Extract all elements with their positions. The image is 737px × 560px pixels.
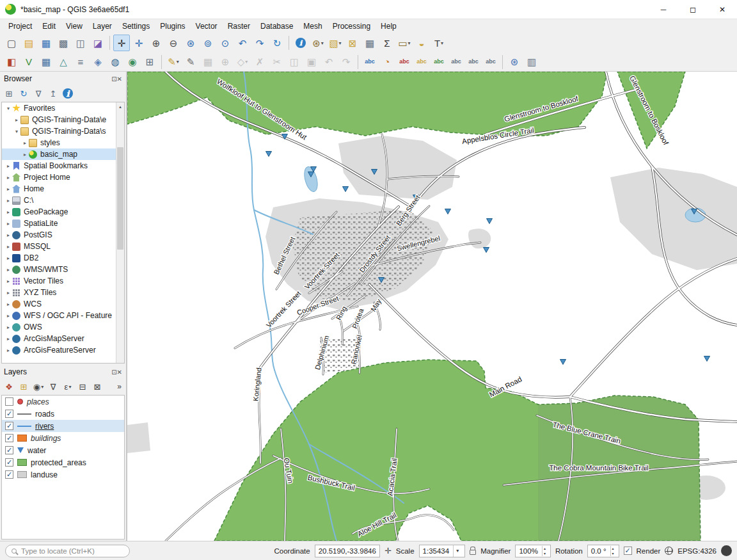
style-manager-button[interactable]: ◪	[90, 35, 106, 51]
refresh-map-button[interactable]: ↻	[269, 35, 285, 51]
browser-item-project-home[interactable]: ▸Project Home	[2, 172, 124, 183]
menu-vector[interactable]: Vector	[191, 20, 223, 32]
layers-float-button[interactable]: ⊡	[111, 369, 116, 376]
expander-icon[interactable]: ▸	[21, 140, 29, 146]
menu-plugins[interactable]: Plugins	[155, 20, 190, 32]
minimize-button[interactable]: ─	[649, 0, 678, 19]
layers-toolbar-overflow-icon[interactable]: »	[115, 382, 124, 391]
add-wms-layer-button[interactable]: ◉	[124, 54, 141, 70]
cut-features-button[interactable]: ✂	[269, 54, 285, 70]
expander-icon[interactable]: ▾	[13, 129, 20, 134]
layer-checkbox[interactable]: ✓	[5, 434, 13, 442]
browser-item-mssql[interactable]: ▸MSSQL	[2, 241, 124, 252]
zoom-to-selection-button[interactable]: ⊚	[200, 35, 216, 51]
filter-legend-button[interactable]: ∇	[46, 380, 60, 394]
messages-icon[interactable]	[721, 545, 732, 556]
locate-search-input[interactable]: Type to locate (Ctrl+K)	[5, 545, 130, 557]
undo-button[interactable]: ↶	[321, 54, 337, 70]
menu-raster[interactable]: Raster	[223, 20, 255, 32]
browser-item-wfs-ogc-api-feature[interactable]: ▸WFS / OGC API - Feature	[2, 310, 124, 321]
layer-diagram-button[interactable]: ◔	[379, 54, 395, 70]
layer-checkbox[interactable]: ✓	[5, 410, 13, 418]
layer-labeling-button[interactable]: abc	[361, 54, 378, 70]
label-rotate-button[interactable]: abc	[465, 54, 482, 70]
maximize-button[interactable]: ◻	[678, 0, 708, 19]
menu-edit[interactable]: Edit	[37, 20, 61, 32]
menu-processing[interactable]: Processing	[328, 20, 376, 32]
browser-item-favorites[interactable]: ▾Favorites	[2, 102, 124, 114]
browser-item-db2[interactable]: ▸DB2	[2, 252, 124, 264]
zoom-out-button[interactable]: ⊖	[165, 35, 182, 51]
add-spatialite-layer-button[interactable]: ◈	[90, 54, 106, 70]
expand-collapse-button[interactable]: ⊟	[75, 380, 90, 394]
zoom-in-button[interactable]: ⊕	[148, 35, 164, 51]
expander-icon[interactable]: ▸	[4, 186, 12, 192]
browser-item-spatialite[interactable]: ▸SpatiaLite	[2, 218, 124, 229]
paste-features-button[interactable]: ▣	[303, 54, 320, 70]
current-edits-button[interactable]: ✎▾	[165, 54, 182, 70]
data-source-manager-button[interactable]: ◧	[3, 54, 20, 70]
expander-icon[interactable]: ▸	[4, 163, 12, 169]
expander-icon[interactable]: ▸	[4, 198, 12, 204]
manage-map-themes-button[interactable]: ◉▾	[31, 380, 45, 394]
map-canvas[interactable]: Wolfkloof Hut to Glenstroom HutGlenstroo…	[127, 72, 737, 541]
close-button[interactable]: ✕	[708, 0, 737, 19]
render-checkbox[interactable]: ✓	[624, 547, 632, 555]
expander-icon[interactable]: ▸	[4, 301, 12, 307]
zoom-last-button[interactable]: ↶	[234, 35, 251, 51]
browser-item-arcgismapserver[interactable]: ▸ArcGisMapServer	[2, 333, 124, 344]
text-annotation-button[interactable]: T▾	[431, 35, 447, 51]
processing-toolbox-button[interactable]: ⊛	[506, 54, 523, 70]
browser-add-favorite-button[interactable]: ⊞	[2, 86, 16, 100]
spin-up-icon[interactable]: ▴	[611, 546, 615, 551]
open-attribute-table-button[interactable]: ▦	[361, 35, 378, 51]
scale-lock-icon[interactable]	[470, 550, 476, 555]
label-pin-button[interactable]: abc	[413, 54, 430, 70]
browser-close-button[interactable]: ✕	[117, 76, 122, 83]
vertex-tool-button[interactable]: ◇▾	[234, 54, 251, 70]
add-feature-button[interactable]: ⊕	[217, 54, 234, 70]
menu-layer[interactable]: Layer	[88, 20, 117, 32]
crs-globe-icon[interactable]	[665, 547, 673, 555]
remove-layer-button[interactable]: ⊠	[90, 380, 104, 394]
select-features-button[interactable]: ▧▾	[327, 35, 344, 51]
layers-close-button[interactable]: ✕	[117, 369, 122, 376]
add-group-button[interactable]: ⊞	[17, 380, 31, 394]
menu-view[interactable]: View	[61, 20, 88, 32]
browser-item-c[interactable]: ▸C:\	[2, 195, 124, 206]
browser-filter-button[interactable]: ∇	[31, 86, 45, 100]
expander-icon[interactable]: ▸	[13, 117, 20, 123]
expander-icon[interactable]: ▸	[4, 175, 12, 180]
spin-up-icon[interactable]: ▴	[543, 546, 547, 551]
add-postgis-layer-button[interactable]: ◍	[107, 54, 123, 70]
rotation-spin-buttons[interactable]: ▴ ▾	[610, 546, 615, 556]
add-raster-layer-button[interactable]: ▦	[38, 54, 54, 70]
layer-item-protected-areas[interactable]: ✓protected_areas	[2, 456, 124, 468]
expander-icon[interactable]: ▸	[4, 209, 12, 215]
open-layer-styling-button[interactable]: ❖	[2, 380, 16, 394]
browser-item-qgis-training-data-s[interactable]: ▾QGIS-Training-Data\s	[2, 125, 124, 137]
browser-item-wms-wmts[interactable]: ▸WMS/WMTS	[2, 264, 124, 275]
expander-icon[interactable]: ▾	[4, 106, 12, 111]
add-mesh-layer-button[interactable]: △	[55, 54, 72, 70]
browser-item-arcgisfeatureserver[interactable]: ▸ArcGisFeatureServer	[2, 344, 124, 356]
layer-item-buildings[interactable]: ✓buildings	[2, 432, 124, 444]
scroll-up-icon[interactable]: ▴	[116, 102, 124, 111]
label-move-button[interactable]: abc	[448, 54, 464, 70]
menu-settings[interactable]: Settings	[117, 20, 155, 32]
layer-checkbox[interactable]: ✓	[5, 458, 13, 467]
browser-item-vector-tiles[interactable]: ▸Vector Tiles	[2, 275, 124, 287]
label-show-hide-button[interactable]: abc	[431, 54, 447, 70]
browser-item-xyz-tiles[interactable]: ▸XYZ Tiles	[2, 287, 124, 298]
browser-item-wcs[interactable]: ▸WCS	[2, 298, 124, 310]
browser-item-geopackage[interactable]: ▸GeoPackage	[2, 206, 124, 218]
magnifier-spinbox[interactable]: 100% ▴ ▾	[515, 545, 550, 557]
statistics-button[interactable]: Σ	[379, 35, 395, 51]
coordinate-input[interactable]: 20.5190,-33.9846	[315, 545, 380, 557]
layer-checkbox[interactable]: ✓	[5, 470, 13, 479]
open-project-button[interactable]: ▤	[20, 35, 37, 51]
browser-collapse-all-button[interactable]: ↥	[46, 86, 60, 100]
expander-icon[interactable]: ▸	[21, 152, 29, 157]
layer-item-places[interactable]: places	[2, 396, 124, 408]
expander-icon[interactable]: ▸	[4, 244, 12, 250]
